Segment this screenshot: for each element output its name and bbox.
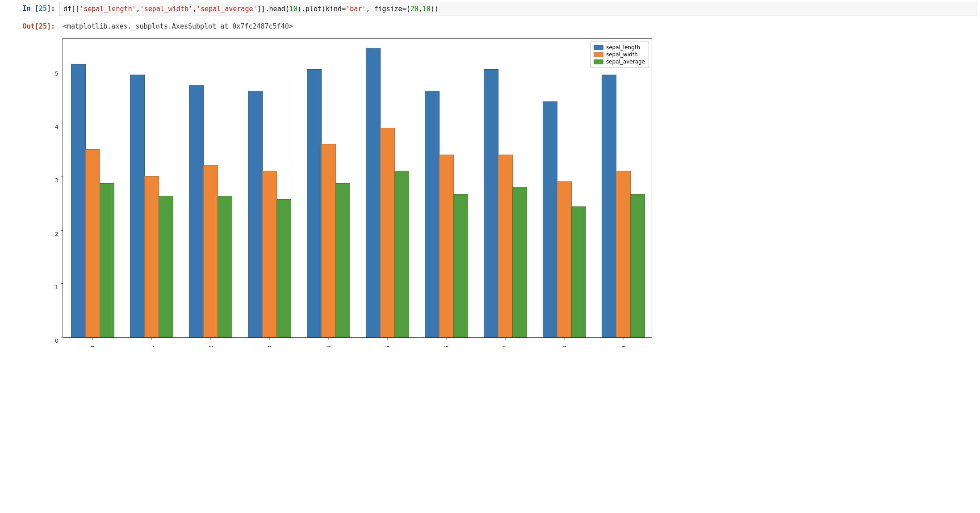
input-cell: In [25]: df[['sepal_length','sepal_width… <box>0 0 980 18</box>
legend-label: sepal_average <box>606 59 645 65</box>
bar <box>189 85 204 337</box>
bar <box>425 91 440 337</box>
x-tick-mark <box>151 337 152 340</box>
in-prompt-number: 25 <box>39 4 47 13</box>
bar <box>498 155 513 337</box>
bar <box>512 187 527 337</box>
out-prompt: Out[25]: <box>4 20 59 33</box>
x-tick-label: 2 <box>207 345 214 347</box>
bar <box>335 183 350 337</box>
x-tick-mark <box>269 337 270 340</box>
bar <box>321 144 336 337</box>
x-tick-label: 0 <box>89 345 96 347</box>
bar <box>218 196 232 337</box>
in-prompt-suffix: ]: <box>47 4 55 13</box>
x-tick-mark <box>387 337 388 340</box>
output-repr: <matplotlib.axes._subplots.AxesSubplot a… <box>59 20 976 33</box>
legend-swatch-icon <box>594 45 603 50</box>
code-token: , <box>136 5 140 13</box>
code-token: ( <box>406 5 410 13</box>
code-token: 10 <box>289 5 297 13</box>
bar <box>630 194 645 337</box>
out-prompt-suffix: ]: <box>47 22 55 30</box>
code-input[interactable]: df[['sepal_length','sepal_width','sepal_… <box>59 2 976 16</box>
y-tick-label: 2 <box>46 230 59 237</box>
code-token: df[[ <box>63 5 80 13</box>
y-tick-mark <box>61 70 63 70</box>
code-token: 20 <box>410 5 419 13</box>
code-token: 10 <box>423 5 431 13</box>
y-tick-mark <box>61 123 63 123</box>
code-token: , figsize <box>366 5 402 13</box>
legend-item: sepal_width <box>594 51 645 58</box>
bar <box>100 183 114 337</box>
y-tick-label: 1 <box>46 284 59 290</box>
y-tick-mark <box>61 177 63 177</box>
legend: sepal_length sepal_width sepal_average <box>591 42 649 67</box>
x-tick-label: 6 <box>443 345 450 347</box>
bar <box>276 199 291 337</box>
legend-item: sepal_average <box>594 58 645 65</box>
x-tick-mark <box>505 337 506 340</box>
legend-item: sepal_length <box>594 44 645 51</box>
x-tick-mark <box>623 337 624 340</box>
y-tick-mark <box>61 337 63 337</box>
code-token: = <box>342 5 346 13</box>
x-tick-label: 9 <box>620 345 627 347</box>
bar <box>203 165 218 337</box>
x-tick-label: 4 <box>325 345 332 347</box>
x-tick-mark <box>446 337 447 340</box>
x-tick-mark <box>328 337 329 340</box>
y-tick-label: 3 <box>46 177 59 184</box>
x-tick-label: 3 <box>266 345 273 347</box>
code-token: )) <box>431 5 439 13</box>
y-tick-label: 5 <box>46 70 59 76</box>
code-token: , <box>193 5 197 13</box>
code-token: 'sepal_average' <box>197 5 257 13</box>
out-prompt-number: 25 <box>39 22 47 30</box>
bar <box>159 196 173 337</box>
code-token: , <box>419 5 423 13</box>
legend-label: sepal_width <box>606 51 638 58</box>
bar <box>602 75 616 337</box>
bar <box>85 149 100 337</box>
bar <box>616 171 631 337</box>
bar <box>453 194 468 337</box>
bar <box>248 91 263 337</box>
code-token: ).plot(kind <box>297 5 342 13</box>
x-tick-label: 1 <box>148 345 155 347</box>
y-tick-mark <box>61 283 63 284</box>
legend-label: sepal_length <box>606 44 640 50</box>
bar <box>366 48 381 337</box>
bar <box>557 181 572 337</box>
code-token: 'sepal_length' <box>80 5 136 13</box>
plot-area: 0123450123456789 <box>63 39 652 337</box>
in-prompt-prefix: In [ <box>23 4 39 13</box>
bar <box>130 75 145 337</box>
x-tick-mark <box>564 337 565 340</box>
x-tick-label: 5 <box>384 345 391 347</box>
output-cell: Out[25]: <matplotlib.axes._subplots.Axes… <box>0 18 980 35</box>
legend-swatch-icon <box>594 59 603 64</box>
code-token: ]].head( <box>257 5 289 13</box>
bar <box>543 101 557 337</box>
in-prompt: In [25]: <box>4 2 59 15</box>
bar <box>144 176 159 337</box>
legend-swatch-icon <box>594 52 603 57</box>
bar <box>394 171 409 337</box>
x-tick-mark <box>92 337 93 340</box>
y-tick-mark <box>61 230 63 231</box>
chart-output: 0123450123456789 sepal_length sepal_widt… <box>0 35 980 347</box>
y-tick-label: 0 <box>46 337 59 344</box>
bar <box>439 155 454 337</box>
x-tick-label: 8 <box>561 345 568 347</box>
bar <box>307 69 322 337</box>
code-token: 'sepal_width' <box>140 5 193 13</box>
bar <box>571 206 586 337</box>
x-tick-mark <box>210 337 211 340</box>
bar <box>484 69 498 337</box>
bar-chart: 0123450123456789 sepal_length sepal_widt… <box>63 38 652 338</box>
bar <box>71 64 86 337</box>
out-prompt-prefix: Out[ <box>23 22 39 30</box>
code-token: 'bar' <box>346 5 366 13</box>
